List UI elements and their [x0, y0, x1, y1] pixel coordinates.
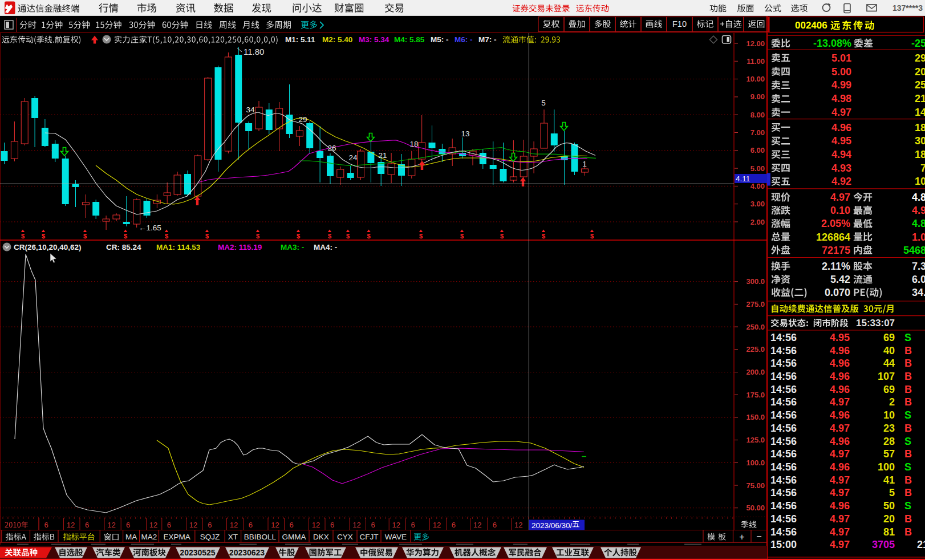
svg-text:50.00: 50.00: [746, 504, 765, 512]
svg-text:12.00: 12.00: [746, 39, 765, 48]
svg-text:12: 12: [107, 521, 115, 529]
svg-text:14:56: 14:56: [770, 448, 797, 460]
svg-text:$: $: [346, 233, 350, 240]
svg-text:6.02: 6.02: [912, 274, 925, 285]
svg-text:14:56: 14:56: [770, 332, 797, 343]
svg-text:M3: 5.34: M3: 5.34: [359, 35, 390, 44]
svg-text:002406: 002406: [795, 20, 827, 31]
svg-text:S: S: [904, 409, 911, 421]
svg-text:$: $: [542, 233, 545, 240]
svg-text:4.97: 4.97: [830, 487, 850, 498]
svg-text:$: $: [83, 233, 87, 240]
svg-text:12: 12: [189, 521, 197, 529]
svg-text:4.00: 4.00: [750, 182, 765, 190]
svg-text:$: $: [256, 233, 259, 240]
svg-text:6: 6: [289, 521, 293, 529]
svg-text:44: 44: [883, 358, 895, 369]
svg-text:M5: -: M5: -: [431, 35, 449, 44]
svg-text:4.97: 4.97: [830, 448, 850, 460]
svg-text:MA: MA: [125, 533, 137, 541]
svg-text:EXPMA: EXPMA: [164, 533, 190, 541]
svg-text:4.96: 4.96: [830, 371, 850, 382]
svg-text:150.0: 150.0: [746, 413, 765, 421]
svg-text:M7: -: M7: -: [478, 35, 497, 44]
svg-text:CR: 85.24: CR: 85.24: [106, 243, 141, 251]
svg-text:107: 107: [878, 371, 895, 382]
svg-text:1: 1: [582, 160, 587, 168]
svg-text:183: 183: [915, 122, 925, 133]
svg-text:1.06: 1.06: [912, 232, 925, 243]
svg-text:4.95: 4.95: [830, 332, 850, 343]
svg-text:$: $: [500, 233, 504, 240]
svg-text:4.11: 4.11: [736, 175, 750, 183]
svg-text:4.95: 4.95: [831, 135, 851, 147]
svg-text:4.97: 4.97: [830, 526, 850, 538]
svg-text:12: 12: [392, 521, 400, 529]
svg-text:5: 5: [889, 487, 895, 498]
svg-text:$: $: [297, 233, 300, 240]
svg-text:69: 69: [883, 384, 895, 395]
svg-text:B: B: [904, 487, 912, 498]
svg-text:4.96: 4.96: [830, 409, 850, 421]
svg-text:S: S: [904, 461, 911, 473]
svg-text:$: $: [165, 233, 168, 240]
svg-text:126864: 126864: [816, 232, 850, 243]
svg-text:B: B: [904, 358, 912, 369]
svg-text:SQJZ: SQJZ: [200, 533, 220, 541]
svg-text:M1: 5.11: M1: 5.11: [285, 35, 315, 44]
svg-text:5.00: 5.00: [831, 66, 851, 78]
svg-text:15:00: 15:00: [770, 539, 797, 550]
svg-text:B: B: [904, 423, 912, 434]
svg-text:208: 208: [915, 66, 925, 78]
svg-text:11.80: 11.80: [244, 47, 264, 56]
svg-text:4.97: 4.97: [831, 107, 851, 118]
svg-text:75.00: 75.00: [746, 481, 765, 490]
svg-text:298: 298: [915, 52, 925, 64]
svg-text:$: $: [42, 233, 45, 240]
svg-text:DKX: DKX: [313, 533, 329, 541]
svg-text:2: 2: [889, 396, 895, 408]
svg-text:6: 6: [493, 521, 497, 529]
svg-text:125.0: 125.0: [746, 436, 765, 444]
svg-text:4.96: 4.96: [830, 345, 850, 356]
svg-text:104: 104: [915, 176, 925, 187]
svg-text:14:56: 14:56: [770, 474, 797, 486]
svg-text:15:33:07: 15:33:07: [856, 318, 895, 328]
svg-text:6: 6: [85, 521, 89, 529]
svg-text:4.97: 4.97: [830, 192, 850, 203]
svg-text:4.97: 4.97: [830, 396, 850, 408]
svg-text:MA4: -: MA4: -: [314, 243, 337, 251]
svg-text:6: 6: [167, 521, 171, 529]
svg-text:GMMA: GMMA: [282, 533, 306, 541]
svg-text:4.96: 4.96: [830, 358, 850, 369]
svg-text:0.10: 0.10: [830, 205, 850, 216]
svg-text:B: B: [904, 448, 912, 460]
svg-text:12: 12: [514, 521, 522, 529]
svg-text:4.98: 4.98: [831, 93, 851, 104]
svg-text:4.96: 4.96: [830, 500, 850, 512]
svg-text:B: B: [904, 526, 912, 538]
svg-text:CR(26,10,20,40,62): CR(26,10,20,40,62): [14, 243, 82, 251]
svg-text:6: 6: [452, 521, 456, 529]
svg-text:-255: -255: [911, 38, 925, 49]
svg-text:26: 26: [327, 144, 336, 152]
svg-text:20230623: 20230623: [229, 548, 265, 557]
svg-text:6: 6: [411, 521, 415, 529]
svg-text:MA2: MA2: [141, 533, 157, 541]
svg-text:CFJT: CFJT: [360, 533, 379, 541]
svg-text:4.99: 4.99: [831, 79, 851, 91]
svg-text:←1.65: ←1.65: [139, 224, 161, 232]
svg-text:40: 40: [883, 345, 895, 356]
svg-text:8.00: 8.00: [750, 111, 765, 119]
svg-text:5.01: 5.01: [831, 52, 851, 64]
svg-text:7.00: 7.00: [750, 128, 765, 137]
svg-text:14:56: 14:56: [770, 345, 797, 356]
svg-text:28: 28: [883, 436, 895, 447]
svg-text:6: 6: [330, 521, 334, 529]
svg-text:12: 12: [473, 521, 481, 529]
svg-text:B: B: [904, 384, 912, 395]
svg-text:B: B: [904, 513, 912, 525]
svg-text:12: 12: [149, 521, 157, 529]
svg-text:$: $: [590, 233, 594, 240]
svg-text:S: S: [904, 500, 911, 512]
